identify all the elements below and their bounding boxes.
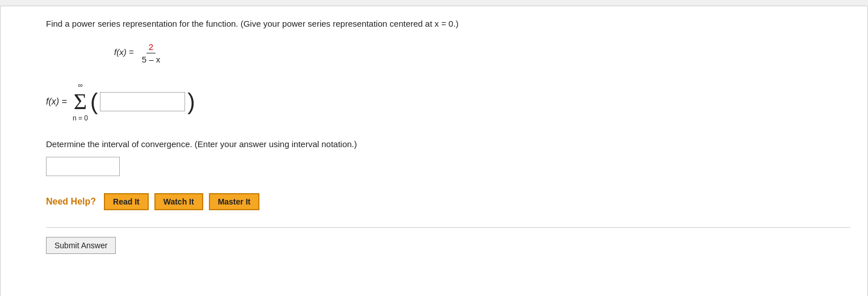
watch-it-button[interactable]: Watch It: [154, 193, 203, 210]
fraction: 2 5 – x: [140, 42, 163, 64]
function-label: f(x) =: [114, 47, 134, 57]
convergence-label: Determine the interval of convergence. (…: [46, 139, 850, 149]
need-help-label: Need Help?: [46, 197, 96, 207]
divider: [46, 227, 850, 228]
sigma-symbol: ∞ Σ n = 0: [73, 81, 88, 122]
function-display: f(x) = 2 5 – x: [114, 42, 850, 64]
page-wrapper: Find a power series representation for t…: [0, 6, 868, 296]
need-help-row: Need Help? Read It Watch It Master It: [46, 193, 850, 210]
convergence-input[interactable]: [46, 157, 120, 176]
convergence-input-wrapper: [46, 157, 850, 193]
sigma-row: f(x) = ∞ Σ n = 0 ( ): [46, 81, 850, 122]
question-statement: Find a power series representation for t…: [46, 19, 459, 28]
sigma-sub: n = 0: [73, 114, 88, 122]
question-text: Find a power series representation for t…: [46, 18, 850, 31]
sigma-char: Σ: [74, 90, 87, 113]
paren-open: (: [90, 90, 98, 113]
submit-answer-button[interactable]: Submit Answer: [46, 237, 116, 254]
sigma-fx-label: f(x) =: [46, 97, 67, 107]
sigma-sup: ∞: [78, 81, 83, 89]
master-it-button[interactable]: Master It: [209, 193, 260, 210]
denominator: 5 – x: [140, 53, 163, 64]
read-it-button[interactable]: Read It: [104, 193, 149, 210]
numerator: 2: [146, 42, 156, 53]
paren-close: ): [187, 90, 195, 113]
series-answer-input[interactable]: [100, 92, 185, 111]
